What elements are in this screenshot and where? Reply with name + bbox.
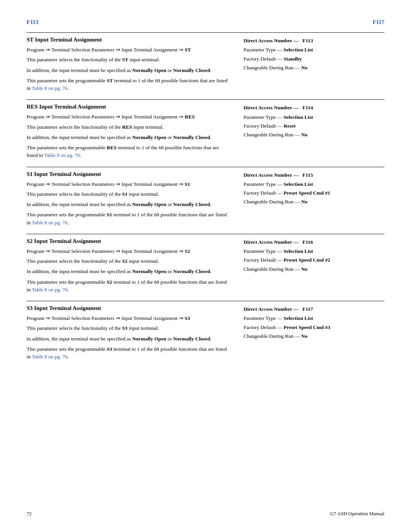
path-res: Program ⇒ Terminal Selection Parameters … xyxy=(27,113,228,121)
header-right: F117 xyxy=(373,19,384,26)
table-link-res[interactable]: Table 8 on pg. 76 xyxy=(44,152,80,158)
section-spacer-2 xyxy=(27,229,384,234)
section-title-res: RES Input Terminal Assignment xyxy=(27,104,228,110)
section-right-st: Direct Access Number — F113 Parameter Ty… xyxy=(240,37,384,95)
section-left-res: RES Input Terminal Assignment Program ⇒ … xyxy=(27,104,240,162)
section-s3: S3 Input Terminal Assignment Program ⇒ T… xyxy=(27,301,384,363)
footer-page-number: 72 xyxy=(27,511,32,517)
footer-manual-title: G7 ASD Operation Manual xyxy=(330,511,384,517)
direct-access-s2: Direct Access Number — F116 xyxy=(244,238,384,246)
page-header: F113 F117 xyxy=(27,19,384,26)
section-spacer-3 xyxy=(27,296,384,301)
section-s2: S2 Input Terminal Assignment Program ⇒ T… xyxy=(27,234,384,296)
factory-default-res: Factory Default — Reset xyxy=(244,122,384,130)
factory-default-st: Factory Default — Standby xyxy=(244,55,384,63)
right-block-res: Direct Access Number — F114 Parameter Ty… xyxy=(244,104,384,139)
path-s2: Program ⇒ Terminal Selection Parameters … xyxy=(27,248,228,255)
desc2-s2: In addition, the input terminal must be … xyxy=(27,268,228,275)
desc3-s2: This parameter sets the programmable S2 … xyxy=(27,278,228,294)
param-type-st: Parameter Type — Selection List xyxy=(244,46,384,54)
desc1-st: This parameter selects the functionality… xyxy=(27,56,228,64)
changeable-run-st: Changeable During Run — No xyxy=(244,64,384,72)
section-left-s1: S1 Input Terminal Assignment Program ⇒ T… xyxy=(27,171,240,229)
right-block-s2: Direct Access Number — F116 Parameter Ty… xyxy=(244,238,384,273)
direct-access-s3: Direct Access Number — F117 xyxy=(244,305,384,313)
param-type-s3: Parameter Type — Selection List xyxy=(244,314,384,323)
desc3-st: This parameter sets the programmable ST … xyxy=(27,77,228,93)
section-res: RES Input Terminal Assignment Program ⇒ … xyxy=(27,99,384,162)
desc1-s1: This parameter selects the functionality… xyxy=(27,190,228,198)
table-link-s2[interactable]: Table 8 on pg. 76 xyxy=(32,287,68,292)
changeable-run-s3: Changeable During Run — No xyxy=(244,332,384,340)
direct-access-s1: Direct Access Number — F115 xyxy=(244,171,384,179)
page: F113 F117 ST Input Terminal Assignment P… xyxy=(0,0,411,532)
desc1-s3: This parameter selects the functionality… xyxy=(27,324,228,332)
section-body-st: Program ⇒ Terminal Selection Parameters … xyxy=(27,46,228,92)
section-right-s1: Direct Access Number — F115 Parameter Ty… xyxy=(240,171,384,229)
table-link-st[interactable]: Table 8 on pg. 76 xyxy=(32,85,68,91)
section-right-res: Direct Access Number — F114 Parameter Ty… xyxy=(240,104,384,162)
param-type-s1: Parameter Type — Selection List xyxy=(244,180,384,189)
factory-default-s1: Factory Default — Preset Speed Cmd #1 xyxy=(244,189,384,197)
section-s1: S1 Input Terminal Assignment Program ⇒ T… xyxy=(27,167,384,229)
header-left: F113 xyxy=(27,19,38,26)
desc2-s1: In addition, the input terminal must be … xyxy=(27,201,228,208)
desc1-s2: This parameter selects the functionality… xyxy=(27,257,228,265)
changeable-run-res: Changeable During Run — No xyxy=(244,131,384,139)
sections-container: ST Input Terminal Assignment Program ⇒ T… xyxy=(27,32,384,363)
desc2-res: In addition, the input terminal must be … xyxy=(27,134,228,141)
path-s1: Program ⇒ Terminal Selection Parameters … xyxy=(27,181,228,188)
path-s3: Program ⇒ Terminal Selection Parameters … xyxy=(27,315,228,322)
section-title-st: ST Input Terminal Assignment xyxy=(27,37,228,43)
desc1-res: This parameter selects the functionality… xyxy=(27,123,228,131)
factory-default-s2: Factory Default — Preset Speed Cmd #2 xyxy=(244,256,384,264)
right-block-st: Direct Access Number — F113 Parameter Ty… xyxy=(244,37,384,72)
section-title-s1: S1 Input Terminal Assignment xyxy=(27,171,228,177)
section-right-s2: Direct Access Number — F116 Parameter Ty… xyxy=(240,238,384,296)
section-left-s2: S2 Input Terminal Assignment Program ⇒ T… xyxy=(27,238,240,296)
table-link-s1[interactable]: Table 8 on pg. 76 xyxy=(32,220,68,225)
page-footer: 72 G7 ASD Operation Manual xyxy=(27,511,384,517)
section-spacer-0 xyxy=(27,95,384,99)
desc2-s3: In addition, the input terminal must be … xyxy=(27,335,228,343)
section-title-s2: S2 Input Terminal Assignment xyxy=(27,238,228,244)
changeable-run-s2: Changeable During Run — No xyxy=(244,265,384,273)
direct-access-res: Direct Access Number — F114 xyxy=(244,104,384,112)
desc3-s3: This parameter sets the programmable S3 … xyxy=(27,345,228,361)
right-block-s3: Direct Access Number — F117 Parameter Ty… xyxy=(244,305,384,340)
direct-access-st: Direct Access Number — F113 xyxy=(244,37,384,45)
section-st: ST Input Terminal Assignment Program ⇒ T… xyxy=(27,32,384,95)
section-body-s2: Program ⇒ Terminal Selection Parameters … xyxy=(27,248,228,294)
section-left-s3: S3 Input Terminal Assignment Program ⇒ T… xyxy=(27,305,240,363)
table-link-s3[interactable]: Table 8 on pg. 76 xyxy=(32,354,68,359)
desc3-res: This parameter sets the programmable RES… xyxy=(27,144,228,160)
path-st: Program ⇒ Terminal Selection Parameters … xyxy=(27,46,228,54)
section-title-s3: S3 Input Terminal Assignment xyxy=(27,305,228,312)
changeable-run-s1: Changeable During Run — No xyxy=(244,198,384,206)
desc2-st: In addition, the input terminal must be … xyxy=(27,67,228,74)
section-body-s3: Program ⇒ Terminal Selection Parameters … xyxy=(27,315,228,361)
section-body-s1: Program ⇒ Terminal Selection Parameters … xyxy=(27,181,228,227)
section-right-s3: Direct Access Number — F117 Parameter Ty… xyxy=(240,305,384,363)
section-spacer-1 xyxy=(27,162,384,167)
param-type-s2: Parameter Type — Selection List xyxy=(244,247,384,256)
section-left-st: ST Input Terminal Assignment Program ⇒ T… xyxy=(27,37,240,95)
param-type-res: Parameter Type — Selection List xyxy=(244,113,384,121)
section-body-res: Program ⇒ Terminal Selection Parameters … xyxy=(27,113,228,159)
factory-default-s3: Factory Default — Preset Speed Cmd #3 xyxy=(244,323,384,332)
right-block-s1: Direct Access Number — F115 Parameter Ty… xyxy=(244,171,384,206)
desc3-s1: This parameter sets the programmable S1 … xyxy=(27,211,228,227)
